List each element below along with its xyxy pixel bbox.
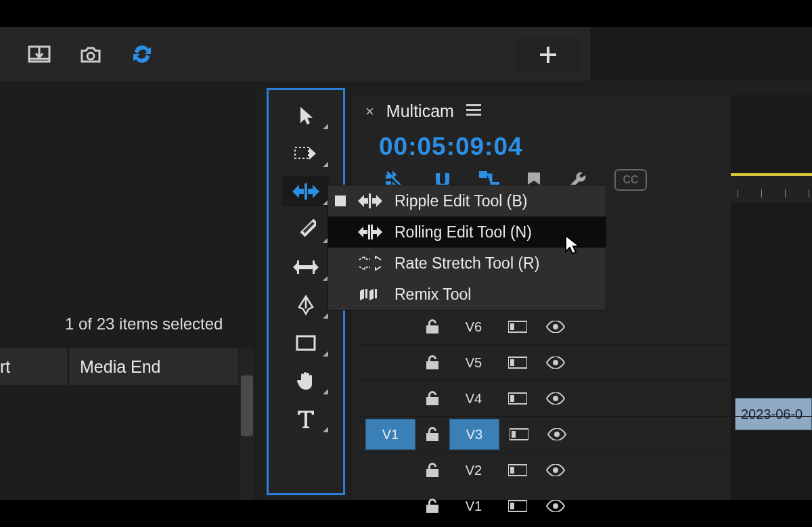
column-header-1[interactable]: rt [0,357,10,377]
project-panel: 1 of 23 items selected rt Media End [0,81,257,500]
svg-rect-26 [512,431,516,438]
track-lock-toggle[interactable] [415,462,449,478]
track-visibility-toggle[interactable] [537,500,574,512]
track-target[interactable]: V4 [449,384,498,413]
svg-point-27 [554,432,560,437]
time-ruler[interactable] [731,176,812,203]
slip-tool[interactable] [282,252,330,282]
track-row: V1 [359,488,812,524]
flyout-item-rate[interactable]: Rate Stretch Tool (R) [328,248,606,279]
tab-close-button[interactable]: × [365,103,374,120]
selected-indicator [335,258,346,269]
top-right-panel [590,27,812,81]
svg-rect-8 [466,104,481,106]
sequence-tab[interactable]: Multicam [386,101,454,121]
selected-indicator [335,227,346,237]
svg-point-33 [553,503,558,509]
svg-rect-1 [295,147,309,158]
flyout-item-rolling[interactable]: Rolling Edit Tool (N) [328,216,606,248]
track-visibility-toggle[interactable] [537,464,574,476]
svg-rect-23 [510,395,514,402]
track-lock-toggle[interactable] [415,354,449,371]
remix-icon [357,286,384,302]
pen-tool[interactable] [282,290,330,320]
svg-rect-7 [297,336,315,350]
svg-rect-9 [466,109,481,111]
tray-icon[interactable] [27,42,51,66]
track-visibility-toggle[interactable] [537,321,574,333]
track-target[interactable]: V1 [449,491,498,521]
rectangle-tool[interactable] [282,328,330,358]
sync-lock-toggle[interactable] [498,499,537,513]
track-lock-toggle[interactable] [415,426,449,442]
svg-rect-29 [510,467,514,474]
edit-tool-flyout: Ripple Edit Tool (B)Rolling Edit Tool (N… [328,185,606,310]
sync-icon[interactable] [130,42,154,66]
track-header-area: V6V5V4V1V3V2V1 [359,308,812,524]
sync-lock-toggle[interactable] [499,428,539,441]
svg-rect-32 [510,503,514,509]
sync-lock-toggle[interactable] [498,320,537,334]
flyout-item-label: Remix Tool [394,285,471,304]
razor-tool[interactable] [282,214,330,244]
flyout-item-ripple[interactable]: Ripple Edit Tool (B) [328,185,606,216]
top-toolbar [0,27,812,81]
track-target[interactable]: V3 [449,419,499,450]
flyout-item-remix[interactable]: Remix Tool [328,279,606,310]
selected-indicator [335,289,346,300]
track-row: V2 [359,452,812,488]
track-visibility-toggle[interactable] [537,357,574,369]
track-row: V4 [359,380,812,416]
column-header-row: rt Media End [0,348,238,385]
scrollbar-vertical[interactable] [240,348,254,500]
column-header-2[interactable]: Media End [80,357,161,376]
svg-point-21 [553,360,558,365]
svg-rect-2 [304,183,307,200]
captions-button[interactable]: CC [614,169,647,191]
selection-status: 1 of 23 items selected [65,315,223,334]
ripple-edit-tool[interactable] [282,177,330,206]
track-target[interactable]: V5 [449,348,498,377]
panel-menu-button[interactable] [466,104,481,119]
svg-point-30 [553,467,558,473]
track-row: V5 [359,344,812,380]
track-lock-toggle[interactable] [415,390,449,407]
playhead-timecode[interactable]: 00:05:09:04 [379,133,523,161]
svg-rect-34 [369,193,371,208]
type-tool[interactable] [282,404,330,434]
track-lock-toggle[interactable] [415,319,449,335]
selected-indicator [335,196,346,206]
svg-rect-5 [297,260,299,274]
track-select-tool[interactable] [282,139,330,168]
selection-tool[interactable] [282,101,330,131]
rate-icon [357,256,384,271]
track-lock-toggle[interactable] [415,498,449,514]
track-target[interactable]: V2 [449,455,498,485]
track-visibility-toggle[interactable] [537,392,574,405]
svg-point-18 [553,324,558,329]
svg-rect-14 [479,171,487,178]
svg-rect-20 [510,359,514,366]
sync-lock-toggle[interactable] [498,392,537,405]
svg-rect-36 [371,225,373,239]
track-visibility-toggle[interactable] [539,428,575,440]
svg-rect-17 [510,323,514,330]
flyout-item-label: Rate Stretch Tool (R) [394,254,539,273]
scrollbar-thumb[interactable] [241,375,253,436]
rolling-icon [357,225,384,239]
camera-icon[interactable] [78,42,103,66]
flyout-item-label: Ripple Edit Tool (B) [394,192,527,210]
svg-rect-10 [466,114,481,116]
sync-lock-toggle[interactable] [498,356,537,369]
hand-tool[interactable] [282,366,330,396]
add-button[interactable] [514,38,582,72]
source-patch[interactable]: V1 [365,419,415,450]
svg-rect-6 [313,260,315,274]
flyout-item-label: Rolling Edit Tool (N) [394,223,532,242]
svg-rect-35 [368,225,370,239]
sync-lock-toggle[interactable] [498,463,537,477]
track-target[interactable]: V6 [449,312,498,342]
svg-point-0 [87,53,94,60]
svg-point-24 [553,396,558,401]
track-row: V1V3 [359,416,812,452]
